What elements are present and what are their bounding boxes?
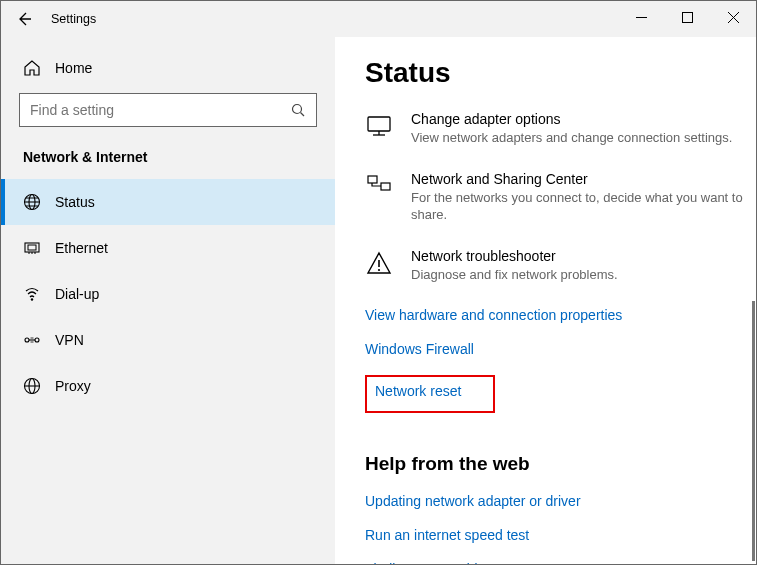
search-box[interactable]	[19, 93, 317, 127]
action-title: Network and Sharing Center	[411, 171, 748, 187]
globe-icon	[23, 193, 41, 211]
sidebar-item-label: Ethernet	[55, 240, 108, 256]
link-help-speedtest[interactable]: Run an internet speed test	[365, 527, 529, 543]
action-desc: For the networks you connect to, decide …	[411, 189, 748, 224]
sidebar-item-label: Dial-up	[55, 286, 99, 302]
back-arrow-icon	[16, 11, 32, 27]
monitor-icon	[365, 113, 393, 141]
sidebar-item-dialup[interactable]: Dial-up	[1, 271, 335, 317]
page-title: Status	[365, 57, 748, 89]
scrollbar[interactable]	[752, 301, 755, 561]
sidebar-item-status[interactable]: Status	[1, 179, 335, 225]
home-icon	[23, 59, 41, 77]
sidebar-item-label: VPN	[55, 332, 84, 348]
ethernet-icon	[23, 239, 41, 257]
titlebar: Settings	[1, 1, 756, 37]
sidebar-item-proxy[interactable]: Proxy	[1, 363, 335, 409]
help-heading: Help from the web	[365, 453, 748, 475]
svg-point-16	[31, 298, 33, 300]
window-title: Settings	[47, 12, 96, 26]
link-hardware-properties[interactable]: View hardware and connection properties	[365, 307, 622, 323]
svg-line-5	[301, 112, 305, 116]
minimize-button[interactable]	[618, 1, 664, 33]
maximize-button[interactable]	[664, 1, 710, 33]
proxy-icon	[23, 377, 41, 395]
svg-rect-28	[368, 176, 377, 183]
action-desc: View network adapters and change connect…	[411, 129, 732, 147]
vpn-icon	[23, 331, 41, 349]
search-input[interactable]	[30, 102, 291, 118]
svg-rect-1	[682, 12, 692, 22]
highlight-network-reset: Network reset	[365, 375, 495, 413]
sidebar: Home Network & Internet Status Ethernet	[1, 37, 335, 564]
svg-point-4	[293, 104, 302, 113]
sidebar-item-label: Proxy	[55, 378, 91, 394]
content-pane: Status Change adapter options View netwo…	[335, 37, 756, 564]
action-title: Network troubleshooter	[411, 248, 618, 264]
action-desc: Diagnose and fix network problems.	[411, 266, 618, 284]
action-adapter-options[interactable]: Change adapter options View network adap…	[365, 111, 748, 147]
link-help-ip[interactable]: Finding my IP address	[365, 561, 504, 564]
svg-rect-11	[25, 243, 39, 252]
link-help-adapter[interactable]: Updating network adapter or driver	[365, 493, 581, 509]
search-icon	[291, 103, 306, 118]
sidebar-section-heading: Network & Internet	[1, 145, 335, 179]
svg-rect-25	[368, 117, 390, 131]
sidebar-item-label: Status	[55, 194, 95, 210]
warning-icon	[365, 250, 393, 278]
maximize-icon	[682, 12, 693, 23]
window-controls	[618, 1, 756, 33]
home-label: Home	[55, 60, 92, 76]
svg-rect-29	[381, 183, 390, 190]
action-title: Change adapter options	[411, 111, 732, 127]
home-nav[interactable]: Home	[1, 49, 335, 87]
sidebar-item-vpn[interactable]: VPN	[1, 317, 335, 363]
sidebar-item-ethernet[interactable]: Ethernet	[1, 225, 335, 271]
link-windows-firewall[interactable]: Windows Firewall	[365, 341, 474, 357]
svg-rect-12	[28, 245, 36, 250]
close-icon	[728, 12, 739, 23]
svg-point-31	[378, 269, 380, 271]
link-network-reset[interactable]: Network reset	[375, 383, 461, 399]
network-icon	[365, 173, 393, 201]
search-container	[1, 87, 335, 145]
action-troubleshooter[interactable]: Network troubleshooter Diagnose and fix …	[365, 248, 748, 284]
back-button[interactable]	[1, 1, 47, 37]
dialup-icon	[23, 285, 41, 303]
action-sharing-center[interactable]: Network and Sharing Center For the netwo…	[365, 171, 748, 224]
svg-point-17	[25, 338, 29, 342]
minimize-icon	[636, 12, 647, 23]
close-button[interactable]	[710, 1, 756, 33]
svg-point-18	[35, 338, 39, 342]
